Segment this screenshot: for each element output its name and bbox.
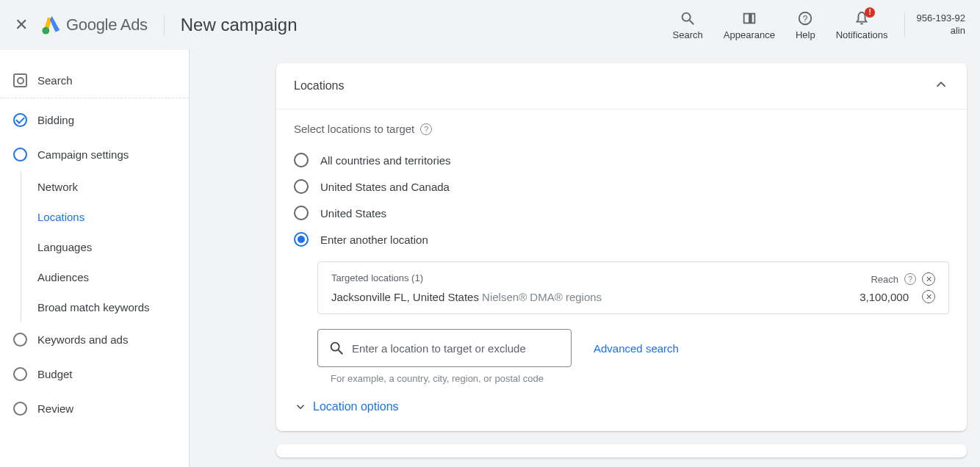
next-card-placeholder [276, 444, 967, 457]
locations-card: Locations Select locations to target ? A… [276, 63, 967, 431]
sidebar-sub-network[interactable]: Network [21, 172, 189, 202]
collapse-toggle[interactable] [933, 76, 949, 95]
notification-badge: ! [865, 7, 875, 18]
notifications-button[interactable]: ! Notifications [826, 10, 898, 40]
sidebar-sub-broad-match[interactable]: Broad match keywords [21, 292, 189, 322]
targeted-count-label: Targeted locations (1) [331, 272, 423, 286]
targeted-locations-box: Targeted locations (1) Reach ? ✕ Jackson… [317, 261, 949, 314]
chevron-up-icon [933, 76, 949, 93]
circle-icon [13, 402, 27, 416]
brand-text: Google Ads [66, 15, 148, 35]
appearance-button[interactable]: Appearance [713, 10, 785, 40]
radio-us[interactable]: United States [294, 200, 949, 226]
svg-line-9 [339, 350, 343, 355]
clear-all-icon[interactable]: ✕ [922, 272, 935, 286]
search-box-icon [13, 73, 27, 87]
active-circle-icon [13, 148, 27, 162]
help-button[interactable]: ? Help [785, 10, 826, 40]
reach-help-icon[interactable]: ? [904, 273, 916, 285]
sidebar-item-campaign-settings[interactable]: Campaign settings [0, 137, 189, 172]
location-search-box[interactable] [317, 329, 572, 367]
svg-point-8 [331, 343, 339, 351]
radio-enter-another[interactable]: Enter another location [294, 226, 949, 253]
search-icon [328, 340, 345, 356]
svg-text:?: ? [803, 13, 808, 23]
sidebar-sub-audiences[interactable]: Audiences [21, 262, 189, 292]
targeted-location-row: Jacksonville FL, United States Nielsen® … [331, 290, 935, 303]
check-circle-icon [13, 113, 27, 127]
sidebar-item-bidding[interactable]: Bidding [0, 103, 189, 137]
svg-point-1 [682, 12, 691, 21]
location-options-toggle[interactable]: Location options [294, 400, 949, 413]
circle-icon [13, 367, 27, 381]
page-title: New campaign [181, 15, 298, 35]
radio-us-canada[interactable]: United States and Canada [294, 173, 949, 200]
location-search-input[interactable] [352, 342, 561, 355]
sidebar-search[interactable]: Search [0, 63, 189, 98]
sidebar: Search Bidding Campaign settings Network… [0, 50, 190, 467]
remove-location-icon[interactable]: ✕ [922, 290, 935, 303]
location-type: Nielsen® DMA® regions [482, 291, 602, 303]
product-logo[interactable]: Google Ads [41, 15, 148, 35]
top-bar: ✕ Google Ads New campaign Search Appeara… [0, 0, 980, 50]
main-content: Locations Select locations to target ? A… [190, 50, 980, 467]
search-hint: For example, a country, city, region, or… [331, 373, 949, 384]
ads-logo-icon [41, 15, 62, 35]
svg-rect-4 [749, 13, 752, 23]
sidebar-sub-locations[interactable]: Locations [21, 202, 189, 232]
help-icon: ? [797, 10, 813, 26]
radio-all-countries[interactable]: All countries and territories [294, 147, 949, 173]
close-icon[interactable]: ✕ [15, 15, 28, 35]
account-info[interactable]: 956-193-92 alin [904, 12, 966, 37]
sidebar-sub-languages[interactable]: Languages [21, 232, 189, 262]
reach-label: Reach [871, 274, 898, 285]
divider [164, 14, 165, 36]
advanced-search-link[interactable]: Advanced search [594, 342, 679, 355]
sidebar-subnav: Network Locations Languages Audiences Br… [21, 172, 189, 322]
sidebar-item-keywords-ads[interactable]: Keywords and ads [0, 322, 189, 357]
select-locations-label: Select locations to target ? [294, 123, 949, 135]
sidebar-item-review[interactable]: Review [0, 391, 189, 426]
sidebar-item-budget[interactable]: Budget [0, 357, 189, 391]
svg-point-0 [42, 27, 49, 35]
location-name: Jacksonville FL, United States [331, 291, 479, 303]
appearance-icon [741, 10, 757, 26]
circle-icon [13, 333, 27, 347]
top-search-button[interactable]: Search [663, 10, 713, 40]
chevron-down-icon [294, 400, 307, 413]
card-title: Locations [294, 79, 345, 93]
svg-line-2 [690, 20, 694, 24]
search-icon [680, 10, 696, 26]
location-reach-value: 3,100,000 [860, 291, 909, 303]
help-tooltip-icon[interactable]: ? [420, 123, 432, 135]
